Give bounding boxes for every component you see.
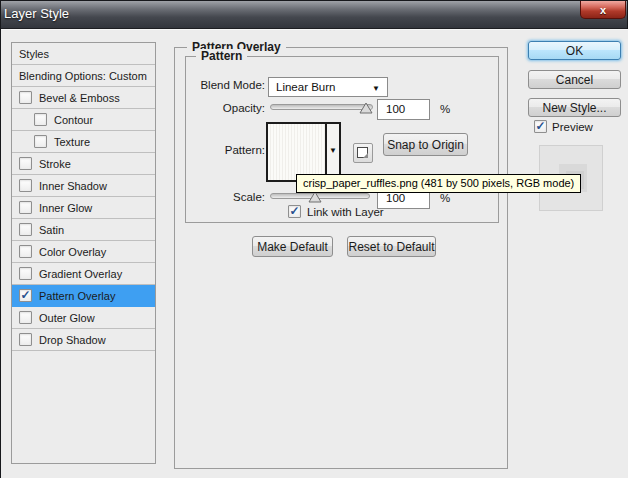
new-style-button[interactable]: New Style... [528, 98, 621, 117]
item-label: Texture [54, 136, 90, 148]
sidebar-item-bevel-emboss[interactable]: Bevel & Emboss [12, 87, 155, 109]
item-checkbox[interactable] [19, 201, 32, 214]
item-label: Stroke [39, 158, 71, 170]
sidebar-item-blending-options-custom[interactable]: Blending Options: Custom [12, 65, 155, 87]
reset-to-default-button[interactable]: Reset to Default [347, 236, 436, 257]
item-label: Satin [39, 224, 64, 236]
new-preset-icon [357, 147, 368, 158]
item-label: Drop Shadow [39, 334, 106, 346]
opacity-slider-thumb[interactable] [359, 100, 373, 112]
window-title: Layer Style [4, 6, 69, 21]
item-checkbox[interactable] [19, 311, 32, 324]
item-label: Outer Glow [39, 312, 95, 324]
pattern-picker-strip[interactable]: ▼ [325, 124, 339, 180]
item-label: Inner Shadow [39, 180, 107, 192]
preview-checkbox[interactable]: ✓ [534, 120, 547, 133]
blend-mode-label: Blend Mode: [186, 79, 265, 91]
item-label: Color Overlay [39, 246, 106, 258]
opacity-label: Opacity: [186, 102, 265, 114]
chevron-down-icon: ▼ [372, 84, 380, 93]
item-checkbox[interactable] [19, 179, 32, 192]
scale-label: Scale: [186, 191, 265, 203]
item-checkbox[interactable] [19, 333, 32, 346]
item-label: Gradient Overlay [39, 268, 122, 280]
item-label: Bevel & Emboss [39, 92, 120, 104]
blend-mode-select[interactable]: Linear Burn ▼ [268, 77, 388, 97]
link-with-layer-row: ✓ Link with Layer [288, 205, 384, 218]
preview-row: ✓ Preview [534, 120, 593, 133]
pattern-swatch[interactable]: ▼ [266, 122, 341, 182]
new-preset-button[interactable] [353, 143, 373, 163]
item-checkbox[interactable] [34, 113, 47, 126]
title-bar: Layer Style x [1, 1, 627, 29]
blend-mode-value: Linear Burn [276, 81, 335, 93]
opacity-slider-track[interactable] [270, 104, 373, 110]
sidebar-item-outer-glow[interactable]: Outer Glow [12, 307, 155, 329]
sidebar-item-gradient-overlay[interactable]: Gradient Overlay [12, 263, 155, 285]
close-button[interactable]: x [580, 1, 626, 19]
opacity-slider[interactable] [270, 99, 373, 113]
inner-group-title: Pattern [196, 49, 247, 63]
item-checkbox[interactable] [19, 91, 32, 104]
item-checkbox[interactable] [19, 223, 32, 236]
item-checkbox[interactable] [19, 267, 32, 280]
item-label: Blending Options: Custom [19, 70, 147, 82]
layer-style-dialog: Layer Style x Styles Blending Options: C… [0, 0, 628, 478]
pattern-tooltip: crisp_paper_ruffles.png (481 by 500 pixe… [296, 174, 581, 193]
make-default-button[interactable]: Make Default [252, 236, 333, 257]
item-label: Pattern Overlay [39, 290, 115, 302]
link-with-layer-label: Link with Layer [307, 206, 384, 218]
item-checkbox[interactable] [19, 245, 32, 258]
opacity-input[interactable]: 100 [377, 99, 430, 120]
preview-label: Preview [552, 121, 593, 133]
pattern-group: Pattern Blend Mode: Linear Burn ▼ Opacit… [185, 56, 499, 223]
pattern-label: Pattern: [186, 144, 265, 156]
sidebar-item-stroke[interactable]: Stroke [12, 153, 155, 175]
item-checkbox[interactable] [34, 135, 47, 148]
sidebar-item-styles[interactable]: Styles [12, 43, 155, 65]
dialog-body: Styles Blending Options: Custom Bevel & … [1, 29, 628, 478]
opacity-unit: % [440, 103, 450, 115]
styles-list: Styles Blending Options: Custom Bevel & … [11, 42, 156, 464]
sidebar-item-texture[interactable]: Texture [12, 131, 155, 153]
item-label: Contour [54, 114, 93, 126]
link-with-layer-checkbox[interactable]: ✓ [288, 205, 301, 218]
sidebar-item-satin[interactable]: Satin [12, 219, 155, 241]
cancel-button[interactable]: Cancel [528, 70, 621, 89]
sidebar-item-contour[interactable]: Contour [12, 109, 155, 131]
item-label: Styles [19, 48, 49, 60]
close-icon: x [600, 4, 606, 16]
sidebar-item-drop-shadow[interactable]: Drop Shadow [12, 329, 155, 351]
chevron-down-icon: ▼ [329, 146, 337, 155]
scale-unit: % [440, 192, 450, 204]
sidebar-item-color-overlay[interactable]: Color Overlay [12, 241, 155, 263]
snap-to-origin-button[interactable]: Snap to Origin [383, 133, 468, 156]
pattern-overlay-group: Pattern Overlay Pattern Blend Mode: Line… [174, 47, 508, 469]
sidebar-item-inner-glow[interactable]: Inner Glow [12, 197, 155, 219]
sidebar-item-inner-shadow[interactable]: Inner Shadow [12, 175, 155, 197]
item-checkbox[interactable]: ✓ [19, 289, 32, 302]
sidebar-item-pattern-overlay[interactable]: ✓ Pattern Overlay [12, 285, 155, 307]
item-checkbox[interactable] [19, 157, 32, 170]
item-label: Inner Glow [39, 202, 92, 214]
ok-button[interactable]: OK [528, 41, 621, 60]
